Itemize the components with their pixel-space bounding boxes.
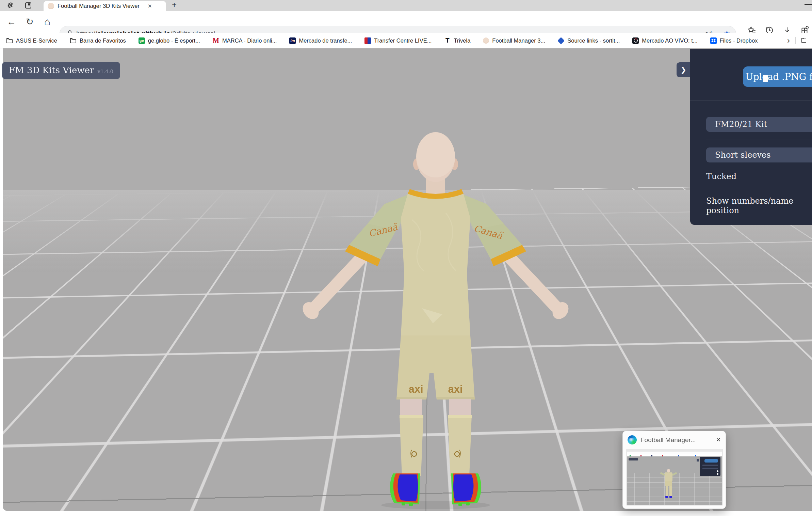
- vertical-tabs-icon[interactable]: [24, 1, 33, 10]
- marca-icon: M: [213, 37, 219, 44]
- bookmarks-separator: [795, 37, 796, 44]
- player-right-leg: [448, 399, 472, 476]
- bookmark-transfermarkt[interactable]: tm Mercado de transfe...: [289, 37, 352, 44]
- panel-divider: [690, 100, 812, 101]
- browser-tab[interactable]: Football Manager 3D Kits Viewer ✕: [44, 1, 166, 11]
- tab-strip: Football Manager 3D Kits Viewer ✕ +: [0, 0, 812, 11]
- tucked-toggle-label[interactable]: Tucked: [706, 172, 736, 181]
- player-left-leg: [400, 399, 423, 476]
- mini-options-panel: [700, 457, 720, 476]
- workspaces-icon[interactable]: [5, 1, 14, 10]
- app-title-badge: FM 3D Kits Viewer v1.4.0: [2, 62, 120, 79]
- browser-toolbar: ← ↻ ⌂ https://alexmichelet.github.io/3dk…: [0, 11, 812, 33]
- tab-favicon-head-icon: [48, 3, 54, 9]
- bookmark-geglobo[interactable]: ge ge.globo - É esport...: [139, 37, 200, 44]
- bookmark-asus[interactable]: ASUS E-Service: [6, 37, 57, 44]
- player-right-boot: [451, 473, 481, 506]
- preview-thumbnail[interactable]: [627, 449, 722, 505]
- new-tab-button[interactable]: +: [172, 0, 177, 10]
- transfer-centre-icon: [364, 37, 371, 44]
- bookmark-favoritos-folder[interactable]: Barra de Favoritos: [70, 37, 126, 44]
- trivela-icon: T: [444, 37, 451, 44]
- folder-icon: [70, 37, 77, 44]
- shorts-brand-right: axi: [448, 383, 462, 395]
- transfermarkt-icon: tm: [289, 37, 296, 44]
- screenshot-root: Football Manager 3D Kits Viewer ✕ + ← ↻ …: [0, 0, 812, 516]
- bookmark-dropbox[interactable]: Files - Dropbox: [710, 37, 758, 44]
- refresh-icon[interactable]: ↻: [26, 16, 34, 28]
- upload-png-button[interactable]: Upload .PNG file: [743, 66, 812, 87]
- preview-close-icon[interactable]: ✕: [716, 436, 721, 443]
- bookmarks-bar: ASUS E-Service Barra de Favoritos ge ge.…: [0, 33, 812, 48]
- sleeves-select[interactable]: Short sleeves: [706, 147, 812, 162]
- geglobo-icon: ge: [139, 37, 145, 44]
- player-model: Canaã Canaã axi axi: [299, 131, 572, 509]
- shorts-brand-left: axi: [408, 383, 423, 395]
- fm-head-icon: [483, 37, 489, 44]
- bookmark-fm-viewer[interactable]: Football Manager 3...: [483, 37, 545, 44]
- back-icon[interactable]: ←: [7, 16, 16, 28]
- bookmark-mercado-ao-vivo[interactable]: Mercado AO VIVO: t...: [632, 37, 697, 44]
- other-favorites-folder-icon[interactable]: [801, 37, 806, 44]
- bookmark-marca[interactable]: M MARCA - Diario onli...: [213, 37, 277, 44]
- mini-app-badge: [629, 458, 638, 460]
- player-left-arm: [299, 253, 366, 322]
- app-title: FM 3D Kits Viewer: [9, 65, 94, 75]
- mercado-ao-vivo-icon: [632, 37, 639, 44]
- mouse-cursor: [763, 75, 768, 82]
- folder-icon: [6, 37, 13, 44]
- bookmarks-overflow-icon[interactable]: ›: [787, 36, 790, 45]
- window-minimize-button[interactable]: [805, 4, 812, 5]
- taskbar-preview-card[interactable]: Football Manager... ✕: [622, 431, 726, 509]
- source-links-icon: [558, 37, 564, 44]
- dropbox-icon: [710, 37, 717, 44]
- edge-logo-icon: [628, 435, 637, 444]
- tab-title: Football Manager 3D Kits Viewer: [58, 3, 140, 9]
- kit-style-select[interactable]: FM20/21 Kit: [706, 117, 812, 132]
- player-right-arm: [505, 253, 572, 322]
- panel-divider-2: [706, 140, 812, 140]
- app-version: v1.4.0: [97, 68, 113, 75]
- taskbar-tooltip: Football Manager 3D Kits Viewer - Pessoa…: [588, 401, 745, 424]
- home-icon[interactable]: ⌂: [44, 16, 50, 28]
- player-left-boot: [390, 473, 420, 506]
- bookmark-transfer-centre[interactable]: Transfer Centre LIVE...: [364, 37, 432, 44]
- preview-title: Football Manager...: [640, 436, 696, 444]
- numbers-toggle-label[interactable]: Show numbers/name position: [706, 196, 812, 215]
- panel-collapse-button[interactable]: ❯: [677, 62, 690, 77]
- bookmark-source-links[interactable]: Source links - sortit...: [558, 37, 620, 44]
- tab-close-icon[interactable]: ✕: [148, 3, 152, 9]
- bookmark-trivela[interactable]: T Trivela: [444, 37, 470, 44]
- kit-options-panel: ❯ Upload .PNG file FM20/21 Kit Short sle…: [690, 49, 812, 225]
